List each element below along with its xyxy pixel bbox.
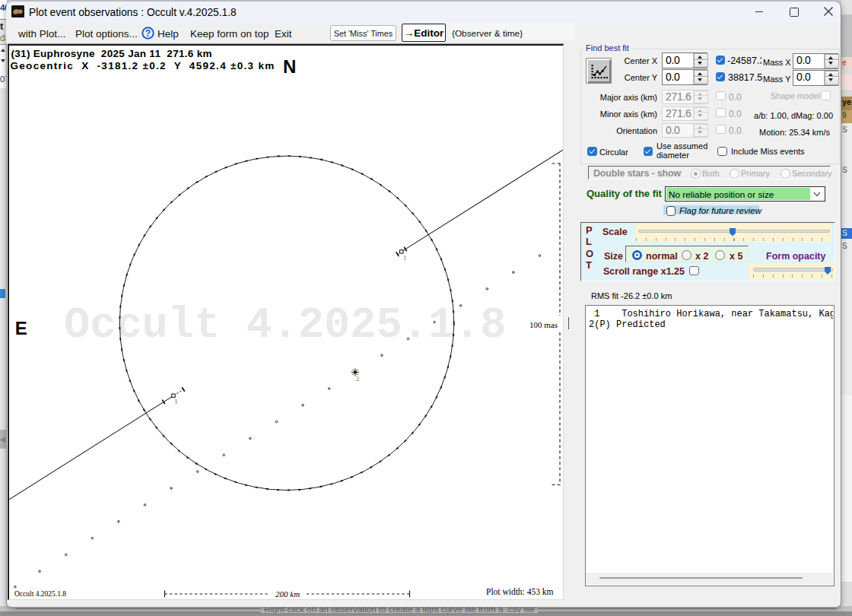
svg-text:?: ? xyxy=(145,28,151,39)
svg-text:1: 1 xyxy=(403,254,407,262)
svg-text:1: 1 xyxy=(174,398,178,405)
svg-text:2: 2 xyxy=(356,375,359,383)
